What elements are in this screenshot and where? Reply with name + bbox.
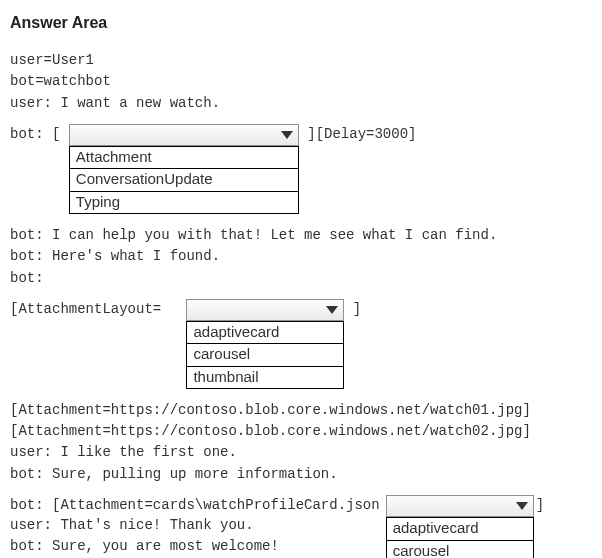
line-user-msg1: user: I want a new watch. — [10, 93, 592, 113]
dropdown-3-option[interactable]: adaptivecard — [387, 518, 533, 540]
dropdown-2-list[interactable]: adaptivecard carousel thumbnail — [186, 321, 344, 389]
page-title: Answer Area — [10, 14, 592, 32]
dropdown-2-option[interactable]: thumbnail — [187, 367, 343, 388]
chevron-down-icon — [280, 130, 294, 140]
line-bot-msg4: bot: Sure, pulling up more information. — [10, 464, 592, 484]
dropdown-1-option[interactable]: Attachment — [70, 147, 298, 169]
dropdown-1-option[interactable]: ConversationUpdate — [70, 169, 298, 191]
line-bot-msg3: bot: — [10, 268, 592, 288]
chevron-down-icon — [325, 305, 339, 315]
line-user-msg2: user: I like the first one. — [10, 442, 592, 462]
text-bot-open: bot: [ — [10, 126, 60, 142]
svg-marker-1 — [326, 306, 338, 314]
text-close-bracket-3: ] — [536, 495, 544, 515]
dropdown-1-option[interactable]: Typing — [70, 192, 298, 213]
line-bot-card: bot: [Attachment=cards\watchProfileCard.… — [10, 495, 592, 558]
dropdown-3[interactable] — [386, 495, 534, 517]
line-attachment-1: [Attachment=https://contoso.blob.core.wi… — [10, 400, 592, 420]
line-bot-msg5: bot: Sure, you are most welcome! — [10, 536, 380, 556]
line-attachment-2: [Attachment=https://contoso.blob.core.wi… — [10, 421, 592, 441]
svg-marker-2 — [516, 502, 528, 510]
line-bot-msg1: bot: I can help you with that! Let me se… — [10, 225, 592, 245]
text-attlayout-open: [AttachmentLayout= — [10, 301, 161, 317]
line-bot-select1: bot: [ Attachment ConversationUpdate Typ… — [10, 124, 592, 214]
text-close-bracket: ] — [353, 301, 361, 317]
dropdown-1-list[interactable]: Attachment ConversationUpdate Typing — [69, 146, 299, 214]
dropdown-3-list[interactable]: adaptivecard carousel list — [386, 517, 534, 558]
svg-marker-0 — [281, 131, 293, 139]
line-bot-decl: bot=watchbot — [10, 71, 592, 91]
dropdown-2-option[interactable]: carousel — [187, 344, 343, 366]
dropdown-2-option[interactable]: adaptivecard — [187, 322, 343, 344]
line-user-msg3: user: That's nice! Thank you. — [10, 515, 380, 535]
text-delay: ][Delay=3000] — [307, 126, 416, 142]
dropdown-1[interactable] — [69, 124, 299, 146]
line-user-decl: user=User1 — [10, 50, 592, 70]
dropdown-3-option[interactable]: carousel — [387, 541, 533, 558]
text-card-open: bot: [Attachment=cards\watchProfileCard.… — [10, 497, 380, 513]
line-bot-msg2: bot: Here's what I found. — [10, 246, 592, 266]
dropdown-2[interactable] — [186, 299, 344, 321]
line-attachment-layout: [AttachmentLayout= adaptivecard carousel… — [10, 299, 592, 389]
chevron-down-icon — [515, 501, 529, 511]
